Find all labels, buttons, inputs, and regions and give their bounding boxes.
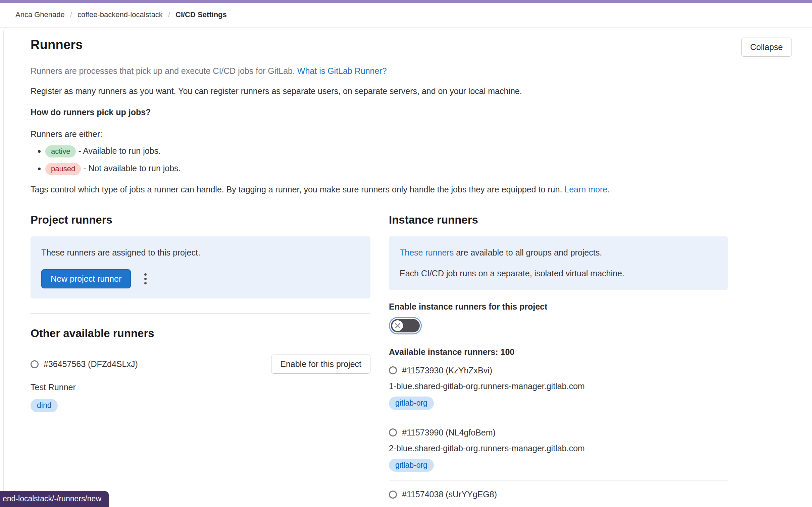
other-runner-id: #36457563 (DFZd4SLxJ) bbox=[44, 359, 138, 369]
instance-runner-id: #11573990 (NL4gfoBem) bbox=[402, 428, 496, 437]
kebab-menu-icon[interactable] bbox=[141, 270, 150, 288]
paused-status-badge: paused bbox=[45, 163, 81, 175]
project-runners-info-text: These runners are assigned to this proje… bbox=[41, 246, 360, 259]
runner-status-circle-icon bbox=[31, 360, 39, 368]
new-project-runner-button[interactable]: New project runner bbox=[41, 269, 131, 288]
collapse-button[interactable]: Collapse bbox=[741, 38, 792, 57]
other-available-runners-title: Other available runners bbox=[31, 327, 370, 340]
breadcrumb-current-page: CI/CD Settings bbox=[175, 10, 227, 19]
learn-more-link[interactable]: Learn more. bbox=[564, 185, 610, 194]
settings-content: Runners Collapse Runners are processes t… bbox=[3, 27, 812, 507]
tags-description-text: Tags control which type of jobs a runner… bbox=[31, 185, 562, 194]
instance-runners-title: Instance runners bbox=[389, 214, 728, 226]
project-runners-title: Project runners bbox=[31, 214, 370, 226]
browser-status-url-tooltip: end-localstack/-/runners/new bbox=[0, 491, 109, 507]
tags-description: Tags control which type of jobs a runner… bbox=[31, 183, 792, 195]
breadcrumb: Anca Ghenade / coffee-backend-localstack… bbox=[0, 3, 812, 28]
other-runner-name: Test Runner bbox=[31, 382, 370, 392]
runner-status-list: active - Available to run jobs. paused -… bbox=[45, 145, 792, 175]
breadcrumb-user[interactable]: Anca Ghenade bbox=[15, 10, 65, 19]
runners-intro: Runners are processes that pick up and e… bbox=[31, 65, 792, 77]
instance-runner-id: #11573930 (KzYhZxBvi) bbox=[402, 366, 492, 375]
runner-tag-badge: gitlab-org bbox=[389, 459, 434, 472]
toggle-thumb bbox=[392, 320, 403, 331]
instance-runners-info-line1: These runners are available to all group… bbox=[400, 246, 717, 259]
instance-runner-entry: #11573990 (NL4gfoBem) 2-blue.shared-gitl… bbox=[389, 419, 728, 481]
runner-status-circle-icon bbox=[389, 428, 397, 436]
active-status-text: - Available to run jobs. bbox=[78, 146, 161, 155]
register-text: Register as many runners as you want. Yo… bbox=[31, 85, 792, 97]
available-instance-runners-label: Available instance runners: 100 bbox=[389, 347, 728, 357]
other-runner-row: #36457563 (DFZd4SLxJ) Enable for this pr… bbox=[31, 355, 370, 374]
runner-status-circle-icon bbox=[389, 366, 397, 374]
breadcrumb-project[interactable]: coffee-backend-localstack bbox=[78, 10, 163, 19]
runner-tag-badge: gitlab-org bbox=[389, 397, 434, 410]
instance-runner-entry: #11573930 (KzYhZxBvi) 1-blue.shared-gitl… bbox=[389, 357, 728, 419]
instance-runner-id: #11574038 (sUrYYgEG8) bbox=[402, 490, 497, 499]
instance-runners-section: Instance runners These runners are avail… bbox=[389, 214, 728, 507]
page-title: Runners bbox=[31, 38, 83, 52]
status-list-item-active: active - Available to run jobs. bbox=[45, 145, 792, 158]
runners-intro-text: Runners are processes that pick up and e… bbox=[31, 66, 295, 76]
paused-status-text: - Not available to run jobs. bbox=[83, 164, 181, 173]
active-status-badge: active bbox=[45, 145, 76, 158]
runner-status-circle-icon bbox=[389, 491, 397, 499]
breadcrumb-separator: / bbox=[168, 10, 170, 19]
how-runners-title: How do runners pick up jobs? bbox=[31, 107, 792, 117]
project-runners-info-box: These runners are assigned to this proje… bbox=[31, 236, 370, 298]
instance-runner-host: 1-blue.shared-gitlab-org.runners-manager… bbox=[389, 381, 728, 391]
instance-runners-info-box: These runners are available to all group… bbox=[389, 236, 728, 290]
window-accent-bar bbox=[0, 0, 812, 3]
what-is-gitlab-runner-link[interactable]: What is GitLab Runner? bbox=[297, 66, 387, 76]
instance-runner-host: 3-blue.shared-gitlab-org.runners-manager… bbox=[389, 505, 728, 507]
status-list-item-paused: paused - Not available to run jobs. bbox=[45, 163, 792, 175]
instance-runners-toggle[interactable] bbox=[391, 319, 420, 332]
these-runners-link[interactable]: These runners bbox=[400, 248, 454, 257]
cross-icon bbox=[395, 323, 401, 329]
enable-instance-runners-label: Enable instance runners for this project bbox=[389, 302, 728, 312]
instance-runners-info-line2: Each CI/CD job runs on a separate, isola… bbox=[400, 267, 717, 279]
runners-either-text: Runners are either: bbox=[31, 128, 792, 140]
runner-tag-badge: dind bbox=[31, 399, 58, 412]
project-runners-section: Project runners These runners are assign… bbox=[31, 214, 370, 412]
breadcrumb-separator: / bbox=[70, 10, 72, 19]
enable-for-project-button[interactable]: Enable for this project bbox=[271, 355, 370, 374]
instance-runners-info-rest: are available to all groups and projects… bbox=[454, 248, 602, 257]
instance-runner-entry: #11574038 (sUrYYgEG8) 3-blue.shared-gitl… bbox=[389, 481, 728, 507]
instance-runner-host: 2-blue.shared-gitlab-org.runners-manager… bbox=[389, 444, 728, 453]
section-divider bbox=[31, 313, 370, 314]
